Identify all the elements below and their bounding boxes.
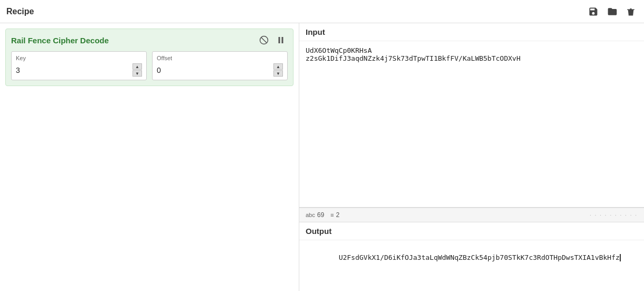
svg-rect-3	[282, 37, 283, 43]
resize-handle[interactable]: · · · · · · · · · ·	[590, 212, 638, 218]
input-text-area[interactable]: UdX6OtWqCp0KRHsA z2sGk1DifJ3aqdNZzk4j7Sk…	[299, 41, 644, 207]
input-section: Input UdX6OtWqCp0KRHsA z2sGk1DifJ3aqdNZz…	[299, 23, 644, 208]
operation-title: Rail Fence Cipher Decode	[11, 36, 109, 45]
line-count-item: ≡ 2	[330, 211, 339, 219]
folder-button[interactable]	[605, 4, 620, 19]
offset-increment-button[interactable]: ▲	[273, 63, 283, 70]
key-spinner: ▲ ▼	[132, 63, 142, 77]
output-content: U2FsdGVkX1/D6iKfOJa3taLqWdWNqZBzCk54pjb7…	[339, 254, 620, 261]
input-section-header: Input	[299, 23, 644, 41]
offset-label: Offset	[157, 55, 283, 61]
line-count: 2	[336, 211, 340, 219]
operation-fields: Key 3 ▲ ▼ Offset 0 ▲	[11, 51, 288, 80]
output-section: Output U2FsdGVkX1/D6iKfOJa3taLqWdWNqZBzC…	[299, 222, 644, 291]
abc-icon: abc	[306, 212, 315, 218]
status-bar: abc 69 ≡ 2 · · · · · · · · · ·	[299, 208, 644, 222]
char-count-item: abc 69	[306, 211, 324, 219]
delete-button[interactable]	[624, 4, 638, 19]
key-field-group: Key 3 ▲ ▼	[11, 51, 147, 80]
key-value: 3	[16, 66, 20, 74]
offset-decrement-button[interactable]: ▼	[273, 70, 283, 77]
main-layout: Rail Fence Cipher Decode Key 3	[0, 23, 644, 291]
offset-value: 0	[157, 66, 161, 74]
cursor	[620, 254, 621, 261]
header: Recipe	[0, 0, 644, 23]
offset-spinner: ▲ ▼	[273, 63, 283, 77]
lines-icon: ≡	[330, 212, 334, 218]
disable-operation-button[interactable]	[257, 34, 271, 46]
key-label: Key	[16, 55, 142, 61]
operation-actions	[257, 34, 288, 46]
save-button[interactable]	[586, 4, 601, 19]
left-panel: Rail Fence Cipher Decode Key 3	[0, 23, 299, 291]
char-count: 69	[317, 211, 324, 219]
header-icons	[586, 4, 638, 19]
offset-field-group: Offset 0 ▲ ▼	[152, 51, 288, 80]
output-section-header: Output	[299, 222, 644, 240]
key-increment-button[interactable]: ▲	[132, 63, 142, 70]
right-panel: Input UdX6OtWqCp0KRHsA z2sGk1DifJ3aqdNZz…	[299, 23, 644, 291]
key-decrement-button[interactable]: ▼	[132, 70, 142, 77]
header-title: Recipe	[6, 7, 34, 16]
pause-operation-button[interactable]	[274, 34, 288, 46]
offset-input-row: 0 ▲ ▼	[157, 63, 283, 77]
key-input-row: 3 ▲ ▼	[16, 63, 142, 77]
operation-card: Rail Fence Cipher Decode Key 3	[5, 29, 293, 86]
svg-line-1	[261, 37, 267, 43]
operation-header: Rail Fence Cipher Decode	[11, 34, 288, 46]
output-text-area[interactable]: U2FsdGVkX1/D6iKfOJa3taLqWdWNqZBzCk54pjb7…	[299, 240, 644, 291]
svg-rect-2	[279, 37, 280, 43]
